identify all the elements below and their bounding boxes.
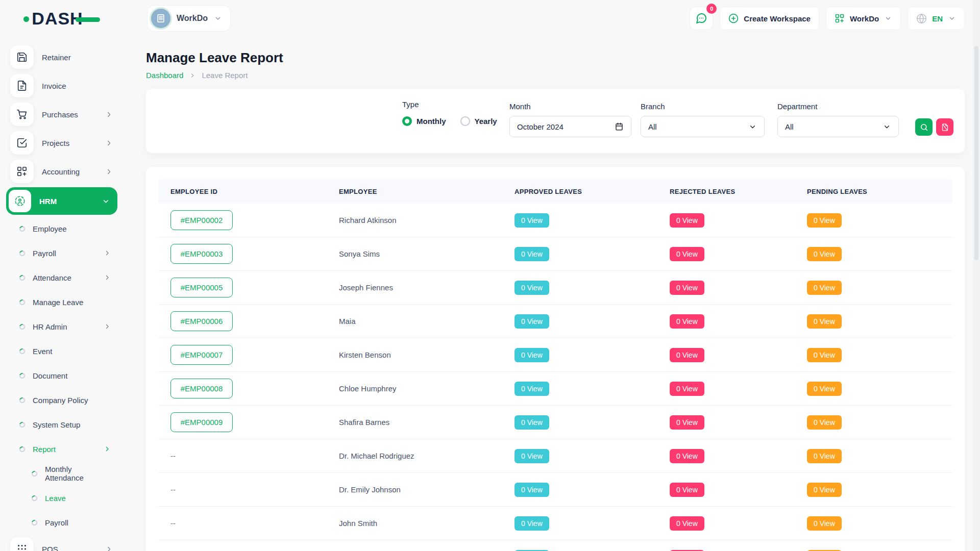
sidebar-subitem-report[interactable]: Report — [0, 437, 124, 461]
employee-id-badge[interactable]: #EMP00003 — [170, 244, 233, 264]
table-row: #EMP00002Richard Atkinson0 View0 View0 V… — [158, 204, 952, 237]
employee-id-badge[interactable]: #EMP00008 — [170, 379, 233, 398]
chevron-down-icon — [214, 14, 222, 22]
rejected-leaves-view-badge[interactable]: 0 View — [670, 449, 704, 463]
pending-leaves-view-badge[interactable]: 0 View — [807, 314, 842, 329]
page-scrollbar[interactable] — [973, 0, 980, 551]
sidebar-subitem-employee[interactable]: Employee — [0, 216, 124, 241]
employee-name: Shafira Barnes — [327, 418, 502, 427]
create-workspace-button[interactable]: Create Workspace — [720, 7, 819, 30]
employee-id-badge[interactable]: #EMP00005 — [170, 278, 233, 297]
approved-leaves-view-badge[interactable]: 0 View — [514, 449, 549, 463]
approved-leaves-view-badge[interactable]: 0 View — [514, 483, 549, 497]
approved-leaves-view-badge[interactable]: 0 View — [514, 314, 549, 329]
chevron-down-icon — [883, 122, 891, 131]
employee-id-badge[interactable]: #EMP00002 — [170, 210, 233, 230]
pending-leaves-view-badge[interactable]: 0 View — [807, 449, 842, 463]
employee-name: Richard Atkinson — [327, 216, 502, 224]
workdo-menu-button[interactable]: WorkDo — [826, 7, 901, 30]
approved-leaves-view-badge[interactable]: 0 View — [514, 213, 549, 228]
reset-button[interactable] — [936, 118, 953, 136]
rejected-leaves-view-badge[interactable]: 0 View — [670, 213, 704, 228]
chevron-right-icon — [103, 249, 111, 257]
sidebar-subitem-hr-admin[interactable]: HR Admin — [0, 314, 124, 339]
radio-label: Yearly — [475, 117, 497, 126]
sidebar-item-hrm[interactable]: HRM — [6, 187, 117, 215]
messages-button[interactable]: 0 — [690, 7, 713, 30]
radio-yearly[interactable]: Yearly — [460, 116, 497, 126]
sidebar-subitem-label: Payroll — [33, 249, 95, 258]
month-date-input[interactable]: October 2024 — [509, 116, 631, 137]
employee-name: Kirsten Benson — [327, 350, 502, 359]
rejected-leaves-view-badge[interactable]: 0 View — [670, 247, 704, 261]
bullet-icon — [18, 273, 26, 281]
topbar-actions: 0 Create Workspace WorkDo EN — [690, 7, 965, 30]
rejected-leaves-view-badge[interactable]: 0 View — [670, 382, 704, 396]
employee-name: Chloe Humphrey — [327, 384, 502, 393]
grid-plus-icon — [835, 13, 845, 23]
sidebar-subitem-leave[interactable]: Leave — [0, 486, 124, 510]
employee-name: Maia — [327, 317, 502, 325]
sidebar-subitem-company-policy[interactable]: Company Policy — [0, 388, 124, 412]
sidebar-subitem-payroll[interactable]: Payroll — [0, 241, 124, 265]
pending-leaves-view-badge[interactable]: 0 View — [807, 213, 842, 228]
approved-leaves-view-badge[interactable]: 0 View — [514, 516, 549, 531]
branch-select[interactable]: All — [641, 116, 765, 137]
pending-leaves-view-badge[interactable]: 0 View — [807, 348, 842, 362]
bullet-icon — [18, 347, 26, 355]
employee-id-badge[interactable]: #EMP00009 — [170, 412, 233, 432]
department-select[interactable]: All — [777, 116, 899, 137]
rejected-leaves-view-badge[interactable]: 0 View — [670, 348, 704, 362]
sidebar-item-pos[interactable]: POS — [0, 535, 124, 551]
sidebar-subitem-event[interactable]: Event — [0, 339, 124, 363]
radio-monthly[interactable]: Monthly — [402, 116, 446, 126]
table-row: #EMP00003Sonya Sims0 View0 View0 View — [158, 237, 952, 271]
pending-leaves-view-badge[interactable]: 0 View — [807, 281, 842, 295]
rejected-leaves-view-badge[interactable]: 0 View — [670, 281, 704, 295]
pending-leaves-view-badge[interactable]: 0 View — [807, 382, 842, 396]
rejected-leaves-view-badge[interactable]: 0 View — [670, 415, 704, 430]
rejected-leaves-view-badge[interactable]: 0 View — [670, 516, 704, 531]
language-selector[interactable]: EN — [908, 7, 965, 30]
bullet-icon — [31, 494, 38, 502]
breadcrumb-link-dashboard[interactable]: Dashboard — [146, 71, 183, 80]
sidebar: RetainerInvoicePurchasesProjectsAccounti… — [0, 37, 124, 551]
sidebar-subitem-attendance[interactable]: Attendance — [0, 265, 124, 290]
sidebar-subitem-label: Manage Leave — [33, 298, 111, 307]
approved-leaves-view-badge[interactable]: 0 View — [514, 415, 549, 430]
sidebar-item-purchases[interactable]: Purchases — [0, 100, 124, 129]
pending-leaves-view-badge[interactable]: 0 View — [807, 415, 842, 430]
column-header-rejected-leaves: REJECTED LEAVES — [657, 188, 795, 195]
table-row: #EMP00008Chloe Humphrey0 View0 View0 Vie… — [158, 372, 952, 406]
scrollbar-thumb[interactable] — [974, 46, 978, 260]
chevron-down-icon — [884, 14, 892, 22]
employee-name: Dr. Emily Johnson — [327, 485, 502, 494]
pending-leaves-view-badge[interactable]: 0 View — [807, 483, 842, 497]
approved-leaves-view-badge[interactable]: 0 View — [514, 281, 549, 295]
topbar: DASH WorkDo 0 Create Workspace WorkDo EN — [0, 0, 980, 37]
sidebar-item-invoice[interactable]: Invoice — [0, 71, 124, 100]
pending-leaves-view-badge[interactable]: 0 View — [807, 247, 842, 261]
rejected-leaves-view-badge[interactable]: 0 View — [670, 483, 704, 497]
table-header-row: EMPLOYEE IDEMPLOYEEAPPROVED LEAVESREJECT… — [158, 179, 952, 204]
sidebar-item-retainer[interactable]: Retainer — [0, 43, 124, 71]
sidebar-item-projects[interactable]: Projects — [0, 129, 124, 157]
workdo-menu-label: WorkDo — [850, 14, 879, 23]
approved-leaves-view-badge[interactable]: 0 View — [514, 382, 549, 396]
sidebar-subitem-monthly-attendance[interactable]: Monthly Attendance — [0, 461, 124, 486]
workspace-selector[interactable]: WorkDo — [147, 5, 231, 32]
employee-id-badge[interactable]: #EMP00007 — [170, 345, 233, 365]
sidebar-subitem-system-setup[interactable]: System Setup — [0, 412, 124, 437]
search-button[interactable] — [915, 118, 933, 136]
sidebar-item-accounting[interactable]: Accounting — [0, 157, 124, 186]
approved-leaves-view-badge[interactable]: 0 View — [514, 348, 549, 362]
rejected-leaves-view-badge[interactable]: 0 View — [670, 314, 704, 329]
pending-leaves-view-badge[interactable]: 0 View — [807, 516, 842, 531]
approved-leaves-view-badge[interactable]: 0 View — [514, 247, 549, 261]
employee-id-badge[interactable]: #EMP00006 — [170, 311, 233, 331]
sidebar-subitem-payroll[interactable]: Payroll — [0, 510, 124, 535]
sidebar-subitem-document[interactable]: Document — [0, 363, 124, 388]
logo-dash-icon — [76, 17, 100, 22]
page-title: Manage Leave Report — [146, 50, 965, 66]
sidebar-subitem-manage-leave[interactable]: Manage Leave — [0, 290, 124, 314]
